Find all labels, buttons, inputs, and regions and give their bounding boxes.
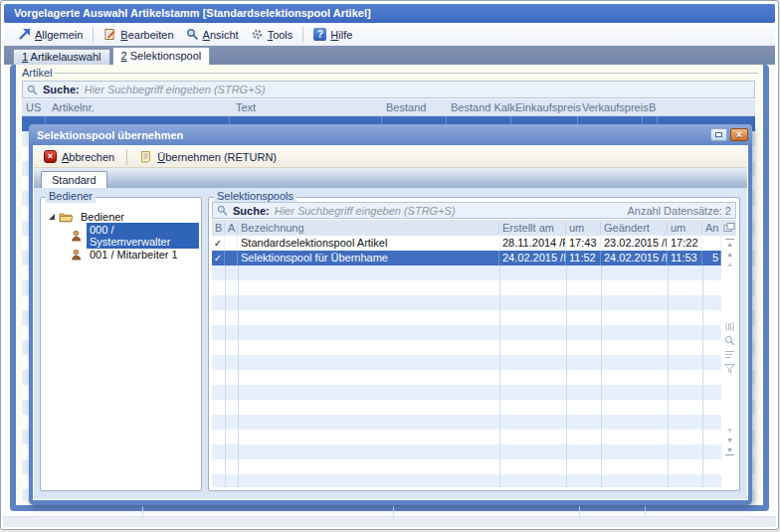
table-footer-lines [16, 506, 763, 517]
menu-separator [93, 27, 94, 42]
dialog-close-button[interactable] [730, 128, 748, 141]
record-count: Anzahl Datensätze: 2 [627, 205, 731, 217]
col-artikelnr[interactable]: Artikelnr. [52, 101, 95, 113]
cell-um: 17:22 [668, 236, 702, 251]
toolbar-separator [126, 149, 127, 165]
scroll-down-icon[interactable] [725, 437, 734, 443]
menu-bearbeiten[interactable]: Bearbeiten [98, 26, 179, 43]
cell-um: 11:53 [668, 251, 702, 266]
zoom-icon[interactable] [724, 335, 735, 346]
dialog-tab-strip: Standard [34, 168, 747, 188]
user-icon [71, 249, 83, 261]
dialog-content: Bediener Bediener 000 / Systemverwalter [34, 188, 747, 499]
help-icon [313, 28, 326, 41]
expand-columns-icon[interactable] [724, 321, 735, 332]
cell-um: 17:43 [566, 236, 601, 251]
col-b[interactable]: B [212, 222, 225, 234]
window-title: Vorgelagerte Auswahl Artikelstamm [Stand… [14, 7, 371, 19]
cell-geaendert-am: 24.02.2015 /Di [601, 251, 668, 266]
artikel-group-border [54, 73, 758, 74]
pools-table-header: B A Bezeichnung Erstellt am um Geändert … [212, 220, 736, 236]
cell-bezeichnung: Standardselektionspool Artikel [238, 236, 499, 251]
col-geaendert-am[interactable]: Geändert am [601, 222, 668, 234]
pools-scroll-strip [722, 236, 737, 487]
col-us[interactable]: US [26, 101, 41, 113]
menu-ansicht[interactable]: Ansicht [180, 26, 245, 43]
menu-bar: Allgemein Bearbeiten Ansicht Tools Hilfe [4, 23, 775, 46]
bediener-groupbox: Bediener Bediener 000 / Systemverwalter [40, 197, 202, 491]
cell-um: 11:52 [566, 251, 601, 266]
dialog-selektionspool-uebernehmen: Selektionspool übernehmen Abbrechen Über… [29, 124, 752, 505]
artikel-group-label: Artikel [20, 67, 55, 79]
scroll-page-up-icon[interactable] [725, 261, 734, 267]
col-b[interactable]: B [649, 101, 656, 113]
tab-artikelauswahl[interactable]: 1 Artikelauswahl [13, 49, 110, 65]
checkmark: ✓ [212, 236, 225, 251]
cell-erstellt-am: 28.11.2014 /Fr [499, 236, 566, 251]
dialog-restore-button[interactable] [710, 128, 727, 141]
col-text[interactable]: Text [236, 101, 256, 113]
menu-hilfe[interactable]: Hilfe [307, 26, 358, 43]
filter-icon[interactable] [724, 363, 735, 374]
col-an[interactable]: An [702, 222, 736, 234]
cell-geaendert-am: 23.02.2015 /Mo [601, 236, 668, 251]
accept-note-icon [139, 150, 152, 163]
dialog-body: Abbrechen Übernehmen (RETURN) Standard B… [33, 145, 748, 500]
window-bottom-strip [3, 516, 776, 527]
folder-icon [59, 211, 74, 223]
scroll-page-down-icon[interactable] [725, 427, 734, 434]
scroll-to-bottom-icon[interactable] [725, 446, 734, 455]
tree-expander-icon[interactable] [49, 214, 55, 220]
pool-row-standardselektionspool[interactable]: ✓ Standardselektionspool Artikel 28.11.2… [212, 236, 721, 251]
cell-erstellt-am: 24.02.2015 /Di [499, 251, 566, 266]
cell-an: 5 [702, 251, 721, 266]
col-bestand[interactable]: Bestand [386, 101, 426, 113]
col-um-1[interactable]: um [566, 222, 601, 234]
column-chooser-icon[interactable] [723, 223, 735, 233]
col-bezeichnung[interactable]: Bezeichnung [238, 222, 499, 234]
gear-icon [251, 28, 264, 41]
menu-tools[interactable]: Tools [245, 26, 299, 43]
pools-empty-rows [212, 266, 721, 487]
tree-node-user-000[interactable]: 000 / Systemverwalter [41, 227, 199, 244]
menu-allgemein[interactable]: Allgemein [12, 26, 89, 43]
cell-bezeichnung: Selektionspool für Übernhame [238, 251, 499, 266]
dialog-title: Selektionspool übernehmen [37, 129, 707, 141]
dialog-toolbar: Abbrechen Übernehmen (RETURN) [34, 146, 747, 168]
cancel-icon [44, 150, 57, 163]
scroll-up-icon[interactable] [725, 251, 734, 258]
search-icon [27, 85, 38, 95]
col-um-2[interactable]: um [668, 222, 702, 234]
pools-search-bar[interactable]: Suche: Hier Suchbegriff eingeben (STRG+S… [212, 202, 736, 219]
tree-node-user-001[interactable]: 001 / Mitarbeiter 1 [41, 246, 199, 263]
col-bestand-kalk[interactable]: Bestand Kalk. [451, 101, 518, 113]
scroll-to-top-icon[interactable] [725, 239, 734, 248]
col-verkaufspreis[interactable]: Verkaufspreis [582, 101, 649, 113]
menu-separator [302, 27, 303, 42]
col-erstellt-am[interactable]: Erstellt am [499, 222, 566, 234]
bediener-group-label: Bediener [46, 190, 96, 203]
col-a[interactable]: A [225, 222, 238, 234]
application-window: Vorgelagerte Auswahl Artikelstamm [Stand… [0, 0, 779, 530]
col-einkaufspreis[interactable]: Einkaufspreis [515, 101, 581, 113]
artikel-table-header: US Artikelnr. Text Bestand Bestand Kalk.… [22, 99, 755, 116]
sort-icon[interactable] [724, 349, 735, 360]
user-icon [71, 230, 83, 242]
uebernehmen-button[interactable]: Übernehmen (RETURN) [134, 149, 282, 164]
tab-selektionspool[interactable]: 2 Selektionspool [112, 47, 211, 65]
selektionspools-groupbox: Selektionspools Suche: Hier Suchbegriff … [208, 197, 740, 491]
pool-row-selektionspool-fuer-uebernahme[interactable]: ✓ Selektionspool für Übernhame 24.02.201… [212, 251, 721, 266]
arrow-up-right-icon [18, 28, 31, 41]
page-tab-strip: 1 Artikelauswahl 2 Selektionspool [4, 46, 775, 65]
dialog-title-bar: Selektionspool übernehmen [29, 124, 752, 145]
magnifier-icon [186, 28, 199, 41]
tab-standard[interactable]: Standard [41, 171, 107, 188]
cell-an [702, 236, 721, 251]
checkmark: ✓ [212, 251, 225, 266]
artikel-search-placeholder: Hier Suchbegriff eingeben (STRG+S) [85, 84, 266, 95]
abbrechen-button[interactable]: Abbrechen [39, 149, 119, 164]
pools-search-placeholder: Hier Suchbegriff eingeben (STRG+S) [275, 205, 456, 217]
edit-page-icon [103, 28, 116, 41]
artikel-search-bar[interactable]: Suche: Hier Suchbegriff eingeben (STRG+S… [22, 81, 755, 98]
pools-search-label: Suche: [233, 205, 270, 217]
